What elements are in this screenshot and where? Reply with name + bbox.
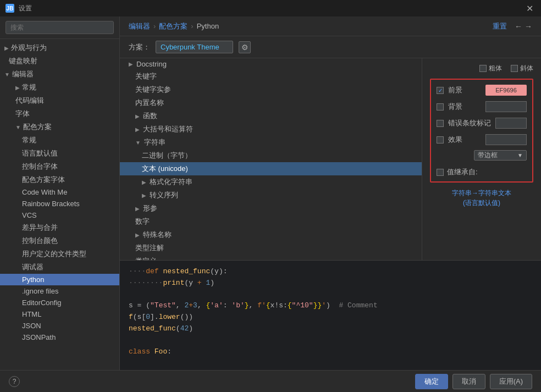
apply-button[interactable]: 应用(A) xyxy=(490,374,532,389)
tree-item-label: 文本 (unicode) xyxy=(142,164,188,174)
tree-item-label: 格式化字符串 xyxy=(150,177,192,187)
tree-item-builtin-name[interactable]: 内置名称 xyxy=(120,96,422,109)
italic-label: 斜体 xyxy=(520,64,533,73)
effect-color-input[interactable] xyxy=(485,134,527,145)
tree-item-label: 类型注解 xyxy=(135,243,164,253)
tree-item-shape[interactable]: ▶ 形参 xyxy=(120,202,422,215)
close-button[interactable]: ✕ xyxy=(524,3,536,14)
search-input[interactable] xyxy=(5,21,114,34)
preview-line-3 xyxy=(129,289,532,301)
background-row: 背景 xyxy=(437,101,527,113)
tree-item-string[interactable]: ▼ 字符串 xyxy=(120,136,422,149)
tree-item-label: 类定义 xyxy=(135,256,157,260)
inherit-row: 值继承自: xyxy=(437,167,527,177)
sidebar-item-label: 常规 xyxy=(22,82,36,92)
foreground-checkbox[interactable]: ✓ xyxy=(437,87,444,94)
effect-checkbox[interactable] xyxy=(437,136,444,143)
error-stripe-checkbox[interactable] xyxy=(437,120,444,127)
tree-toggle-icon: ▶ xyxy=(135,232,140,238)
sidebar-item-label: 配色方案 xyxy=(23,122,52,132)
sidebar-item-label: Rainbow Brackets xyxy=(22,200,80,208)
error-stripe-label: 错误条纹标记 xyxy=(448,118,491,128)
sidebar-item-lang-default[interactable]: 语言默认值 xyxy=(0,147,119,160)
breadcrumb-nav: ← → xyxy=(515,22,532,31)
breadcrumb-scheme[interactable]: 配色方案 xyxy=(159,21,187,31)
sidebar-item-diff-merge[interactable]: 差异与合并 xyxy=(0,221,119,234)
sidebar-item-label: Code With Me xyxy=(22,188,67,196)
error-stripe-row: 错误条纹标记 xyxy=(437,117,527,129)
preview-line-7 xyxy=(129,335,532,346)
tree-item-escape-seq[interactable]: ▶ 转义序列 xyxy=(120,189,422,202)
breadcrumb-sep1: › xyxy=(153,22,156,30)
sidebar-item-label: 编辑器 xyxy=(12,69,34,79)
sidebar-item-label: HTML xyxy=(22,310,41,318)
sidebar-item-vcs[interactable]: VCS xyxy=(0,209,119,221)
sidebar-item-json[interactable]: JSON xyxy=(0,320,119,332)
nav-back-button[interactable]: ← xyxy=(515,22,522,31)
sidebar-item-normal[interactable]: 常规 xyxy=(0,134,119,147)
ok-button[interactable]: 确定 xyxy=(415,374,448,389)
settings-window: JB 设置 ✕ ▶ 外观与行为 键盘映射 xyxy=(0,0,541,392)
sidebar-item-console-color[interactable]: 控制台颜色 xyxy=(0,234,119,247)
sidebar-item-code-with-me[interactable]: Code With Me xyxy=(0,186,119,198)
background-checkbox[interactable] xyxy=(437,103,444,111)
tree-item-text-unicode[interactable]: 文本 (unicode) xyxy=(120,162,422,175)
foreground-color-swatch[interactable]: EF9696 xyxy=(485,85,527,96)
tree-item-keyword-str[interactable]: 关键字实参 xyxy=(120,83,422,96)
tree-item-label: 数字 xyxy=(135,217,150,227)
italic-checkbox-row: 斜体 xyxy=(511,64,533,73)
sidebar-item-user-file-types[interactable]: 用户定义的文件类型 xyxy=(0,247,119,261)
inherit-checkbox[interactable] xyxy=(437,169,444,176)
reset-button[interactable]: 重置 xyxy=(493,21,507,31)
error-stripe-color-input[interactable] xyxy=(495,118,527,129)
sidebar-item-label: 键盘映射 xyxy=(9,56,37,66)
bold-checkbox[interactable] xyxy=(479,65,487,72)
italic-checkbox[interactable] xyxy=(511,65,518,72)
tree-item-label: Docstring xyxy=(136,60,167,68)
sidebar-item-python[interactable]: Python xyxy=(0,274,119,285)
inherit-link[interactable]: 字符串→字符串文本 (语言默认值) xyxy=(430,188,533,208)
sidebar-item-rainbow-brackets[interactable]: Rainbow Brackets xyxy=(0,198,119,209)
tree-item-number[interactable]: 数字 xyxy=(120,215,422,228)
tree-item-label: 大括号和运算符 xyxy=(143,124,193,134)
tree-item-docstring[interactable]: ▶ Docstring xyxy=(120,58,422,70)
background-color-input[interactable] xyxy=(485,101,527,112)
tree-item-format-string[interactable]: ▶ 格式化字符串 xyxy=(120,175,422,189)
tree-item-keyword[interactable]: 关键字 xyxy=(120,70,422,83)
sidebar-item-editor-config[interactable]: EditorConfig xyxy=(0,297,119,308)
tree-item-type-annotation[interactable]: 类型注解 xyxy=(120,241,422,255)
breadcrumb-editor[interactable]: 编辑器 xyxy=(129,21,150,31)
sidebar-item-font[interactable]: 字体 xyxy=(0,107,119,120)
sidebar-item-general[interactable]: ▶ 常规 xyxy=(0,81,119,94)
sidebar-item-color-scheme-font[interactable]: 配色方案字体 xyxy=(0,173,119,186)
effect-dropdown[interactable]: 带边框 ▼ xyxy=(474,150,527,161)
tree-item-binary-byte[interactable]: 二进制（字节） xyxy=(120,149,422,162)
search-bar xyxy=(0,16,119,39)
sidebar-item-label: 代码编辑 xyxy=(15,96,44,106)
tree-item-special-name[interactable]: ▶ 特殊名称 xyxy=(120,228,422,241)
tree-item-label: 二进制（字节） xyxy=(142,151,192,161)
sidebar-item-console-font[interactable]: 控制台字体 xyxy=(0,160,119,173)
cancel-button[interactable]: 取消 xyxy=(452,374,485,389)
sidebar-item-keymap[interactable]: 键盘映射 xyxy=(0,54,119,68)
scheme-select[interactable]: Cyberpunk Theme Default Darcula xyxy=(156,41,233,53)
sidebar-item-label: 控制台字体 xyxy=(22,162,58,172)
breadcrumb-python: Python xyxy=(197,22,219,30)
tree-item-label: 字符串 xyxy=(144,137,165,147)
scheme-gear-button[interactable]: ⚙ xyxy=(239,41,251,53)
tree-item-class-def[interactable]: 类定义 xyxy=(120,255,422,260)
help-button[interactable]: ? xyxy=(9,376,20,387)
sidebar-item-code-editing[interactable]: 代码编辑 xyxy=(0,94,119,107)
sidebar-item-editor[interactable]: ▼ 编辑器 xyxy=(0,68,119,81)
sidebar-item-debugger[interactable]: 调试器 xyxy=(0,261,119,274)
tree-item-func[interactable]: ▶ 函数 xyxy=(120,109,422,123)
sidebar-item-color-scheme[interactable]: ▼ 配色方案 xyxy=(0,120,119,134)
tree-item-braces-ops[interactable]: ▶ 大括号和运算符 xyxy=(120,123,422,136)
background-label: 背景 xyxy=(448,102,481,112)
sidebar-item-jsonpath[interactable]: JSONPath xyxy=(0,332,119,343)
sidebar-item-appearance[interactable]: ▶ 外观与行为 xyxy=(0,41,119,54)
tree-toggle-icon: ▶ xyxy=(142,192,146,198)
nav-forward-button[interactable]: → xyxy=(525,22,532,31)
sidebar-item-ignore-files[interactable]: .ignore files xyxy=(0,285,119,297)
sidebar-item-html[interactable]: HTML xyxy=(0,308,119,320)
